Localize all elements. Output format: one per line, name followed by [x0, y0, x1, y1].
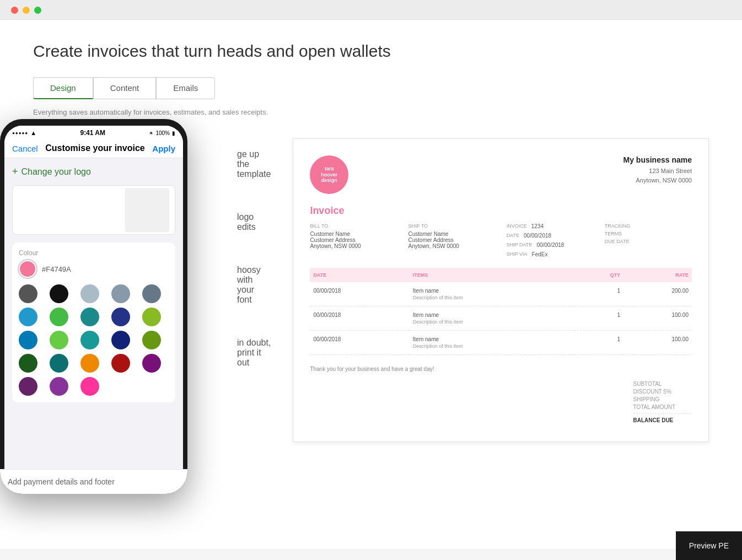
balance-due-row: BALANCE DUE [633, 417, 692, 423]
row1-qty: 1 [574, 282, 623, 306]
selected-color-row: #F4749A [19, 260, 169, 278]
date-label: DATE [507, 233, 519, 238]
swatch-13[interactable] [80, 331, 99, 349]
phone-mockup: ●●●●● ▲ 9:41 AM ✴ 100% ▮ Cancel Customis… [0, 119, 187, 494]
invoice-label: INVOICE [507, 223, 527, 229]
color-grid [19, 284, 169, 396]
tab-design[interactable]: Design [33, 77, 93, 99]
colour-label: Colour [19, 249, 169, 257]
swatch-22[interactable] [50, 377, 68, 396]
due-date-label: DUE DATE [605, 239, 692, 244]
invoice-totals: SUBTOTAL DISCOUNT 5% SHIPPING TOTAL AMOU… [633, 381, 692, 425]
total-divider [633, 413, 692, 414]
selected-swatch[interactable] [19, 260, 36, 278]
traffic-light-red[interactable] [11, 7, 18, 14]
battery-text: 100% [155, 130, 170, 136]
col-rate: RATE [623, 268, 692, 282]
invoice-meta: BILL TO Customer Name Customer Address A… [310, 223, 692, 259]
row1-date: 00/00/2018 [310, 282, 409, 306]
swatch-19[interactable] [111, 354, 130, 373]
swatch-11[interactable] [19, 331, 37, 349]
row2-rate: 100.00 [623, 306, 692, 331]
swatch-20[interactable] [142, 354, 161, 373]
phone-nav: Cancel Customise your invoice Apply [4, 139, 183, 158]
swatch-9[interactable] [111, 308, 130, 326]
nav-title: Customise your invoice [45, 143, 145, 153]
bluetooth-icon: ✴ [149, 130, 153, 136]
swatch-14[interactable] [111, 331, 130, 349]
row1-rate: 200.00 [623, 282, 692, 306]
row2-item: Item name Description of this item [410, 306, 575, 331]
row3-rate: 100.00 [623, 331, 692, 355]
row3-item: Item name Description of this item [410, 331, 575, 355]
meta-invoice-info: INVOICE 1234 DATE 00/00/2018 SHIP DATE 0… [507, 223, 594, 259]
ship-date-label: SHIP DATE [507, 242, 533, 247]
bill-to-label: BILL TO [310, 223, 397, 229]
col-date: DATE [310, 268, 409, 282]
shipping-row: SHIPPING [633, 396, 692, 402]
swatch-7[interactable] [50, 308, 68, 326]
ship-via: FedEx [532, 251, 548, 259]
ship-to-label: SHIP TO [408, 223, 496, 229]
preview-button[interactable]: Preview PE [676, 531, 742, 560]
invoice-date: 00/00/2018 [524, 233, 551, 240]
status-bar: ●●●●● ▲ 9:41 AM ✴ 100% ▮ [4, 126, 183, 139]
feature-item-3: hoosy with your font [232, 265, 271, 305]
swatch-5[interactable] [142, 284, 161, 303]
swatch-17[interactable] [50, 354, 68, 373]
row1-item: Item name Description of this item [410, 282, 575, 306]
signal-icon: ●●●●● [12, 131, 28, 136]
color-section: Colour #F4749A [12, 243, 175, 402]
status-left: ●●●●● ▲ [12, 130, 36, 136]
tab-emails[interactable]: Emails [156, 77, 215, 99]
swatch-12[interactable] [50, 331, 68, 349]
col-items: ITEMS [410, 268, 575, 282]
page-title: Create invoices that turn heads and open… [33, 42, 709, 61]
swatch-6[interactable] [19, 308, 37, 326]
meta-ship-to: SHIP TO Customer Name Customer Address A… [408, 223, 496, 259]
ship-via-label: SHIP VIA [507, 251, 528, 257]
swatch-18[interactable] [80, 354, 99, 373]
invoice-number: 1234 [531, 223, 544, 231]
feature-item-1: ge up the template [232, 149, 271, 179]
swatch-10[interactable] [142, 308, 161, 326]
swatch-16[interactable] [19, 354, 37, 373]
swatch-4[interactable] [111, 284, 130, 303]
col-qty: QTY [574, 268, 623, 282]
main-content: Create invoices that turn heads and open… [0, 20, 742, 549]
discount-label: DISCOUNT 5% [633, 389, 671, 395]
invoice-table-header: DATE ITEMS QTY RATE [310, 268, 692, 282]
invoice-table-body: 00/00/2018 Item name Description of this… [310, 282, 692, 355]
invoice-header: tarahooverdesign My business name 123 Ma… [310, 155, 692, 194]
row3-qty: 1 [574, 331, 623, 355]
invoice-footer-note: Thank you for your business and have a g… [310, 366, 692, 372]
discount-row: DISCOUNT 5% [633, 389, 692, 395]
cancel-button[interactable]: Cancel [12, 144, 38, 153]
business-info: My business name 123 Main Street Anytown… [623, 155, 692, 194]
swatch-15[interactable] [142, 331, 161, 349]
swatch-8[interactable] [80, 308, 99, 326]
swatch-3[interactable] [80, 284, 99, 303]
swatch-2[interactable] [50, 284, 68, 303]
invoice-table: DATE ITEMS QTY RATE 00/00/2018 Item name… [310, 268, 692, 355]
traffic-light-green[interactable] [34, 7, 41, 14]
logo-preview-area [12, 185, 175, 235]
plus-icon: + [12, 166, 18, 177]
traffic-light-yellow[interactable] [23, 7, 30, 14]
business-address: 123 Main Street [623, 166, 692, 176]
swatch-23[interactable] [80, 377, 99, 396]
table-row: 00/00/2018 Item name Description of this… [310, 306, 692, 331]
swatch-21[interactable] [19, 377, 37, 396]
apply-button[interactable]: Apply [152, 144, 175, 153]
bill-to-name: Customer Name [310, 231, 397, 237]
status-right: ✴ 100% ▮ [149, 130, 175, 136]
terms-label: TERMS [605, 231, 692, 236]
change-logo-button[interactable]: + Change your logo [12, 166, 175, 177]
swatch-1[interactable] [19, 284, 37, 303]
payment-footer[interactable]: Add payment details and footer [4, 469, 183, 487]
meta-tracking-info: TRACKING TERMS DUE DATE [605, 223, 692, 259]
browser-chrome [0, 0, 742, 20]
tab-content[interactable]: Content [93, 77, 157, 99]
tabs-container: Design Content Emails [33, 77, 709, 99]
row2-date: 00/00/2018 [310, 306, 409, 331]
